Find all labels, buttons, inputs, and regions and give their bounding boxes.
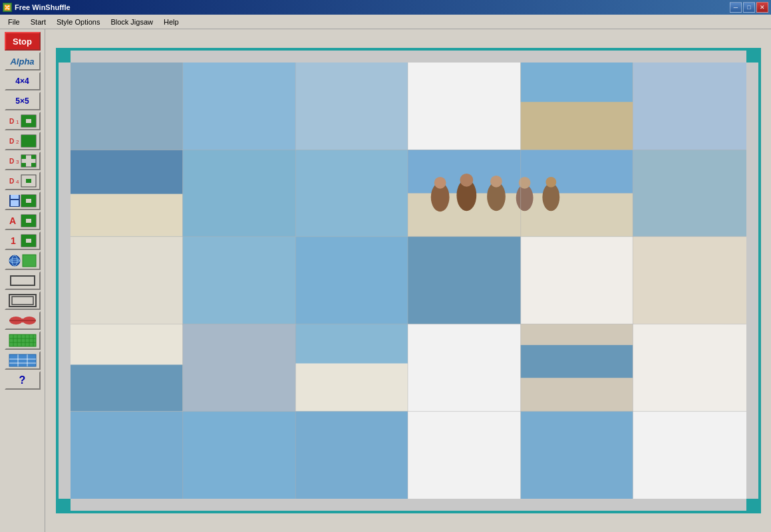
small-grid-button[interactable] xyxy=(5,331,41,350)
table-row xyxy=(521,63,633,150)
table-row xyxy=(71,150,183,237)
rect-outline-button[interactable] xyxy=(5,271,41,290)
svg-rect-5 xyxy=(31,115,36,119)
table-row xyxy=(521,325,633,412)
svg-rect-10 xyxy=(31,123,36,127)
table-row xyxy=(633,63,746,150)
svg-text:3: 3 xyxy=(16,159,19,165)
double-rect-button[interactable] xyxy=(5,291,41,310)
table-row xyxy=(183,63,295,150)
table-row xyxy=(183,412,295,499)
svg-rect-65 xyxy=(23,255,36,267)
table-row xyxy=(633,325,746,412)
help-button[interactable]: ? xyxy=(5,371,41,390)
svg-rect-57 xyxy=(31,239,36,243)
corner-tr xyxy=(746,51,758,63)
table-row xyxy=(71,325,183,412)
svg-rect-46 xyxy=(21,219,26,223)
svg-rect-60 xyxy=(31,243,36,247)
svg-text:2: 2 xyxy=(16,139,19,145)
d3-button[interactable]: D 3 xyxy=(5,152,41,170)
svg-rect-4 xyxy=(26,115,31,119)
svg-rect-38 xyxy=(21,203,26,207)
svg-text:D: D xyxy=(9,158,14,165)
minimize-button[interactable]: ─ xyxy=(730,2,742,13)
table-row xyxy=(71,237,183,324)
svg-text:A: A xyxy=(9,215,16,226)
svg-rect-43 xyxy=(21,215,26,219)
save-button[interactable] xyxy=(5,192,41,210)
table-row xyxy=(408,63,520,150)
table-grid-button[interactable] xyxy=(5,351,41,370)
svg-rect-17 xyxy=(29,141,36,147)
d1-button[interactable]: D 1 xyxy=(5,112,41,130)
svg-rect-36 xyxy=(21,199,26,203)
table-row xyxy=(295,150,408,237)
puzzle-grid xyxy=(71,63,746,499)
svg-rect-37 xyxy=(31,199,36,203)
svg-rect-15 xyxy=(29,135,36,141)
menu-file[interactable]: File xyxy=(3,17,25,27)
svg-rect-34 xyxy=(26,195,31,199)
svg-rect-33 xyxy=(21,195,26,199)
svg-rect-40 xyxy=(31,203,36,207)
svg-point-93 xyxy=(438,181,449,192)
menu-bar: File Start Style Options Block Jigsaw He… xyxy=(0,15,771,29)
table-row xyxy=(408,325,520,412)
svg-rect-48 xyxy=(21,223,26,227)
alpha-button[interactable]: Alpha xyxy=(5,52,41,70)
d2-button[interactable]: D 2 xyxy=(5,132,41,150)
table-row xyxy=(408,237,520,324)
svg-rect-45 xyxy=(31,215,36,219)
table-row xyxy=(633,237,746,324)
svg-text:D: D xyxy=(9,138,14,145)
stop-button[interactable]: Stop xyxy=(5,32,41,51)
corner-br xyxy=(746,499,758,511)
svg-text:D: D xyxy=(9,178,14,185)
table-row xyxy=(521,412,633,499)
svg-rect-35 xyxy=(31,195,36,199)
menu-style-options[interactable]: Style Options xyxy=(51,17,105,27)
svg-rect-53 xyxy=(21,235,26,239)
close-button[interactable]: ✕ xyxy=(756,2,768,13)
svg-rect-58 xyxy=(21,243,26,247)
svg-rect-59 xyxy=(26,243,31,247)
grid-4x4-button[interactable]: 4×4 xyxy=(5,72,41,90)
restore-button[interactable]: □ xyxy=(743,2,755,13)
fish-button[interactable] xyxy=(5,311,41,330)
a-button[interactable]: A xyxy=(5,211,41,230)
svg-text:4: 4 xyxy=(16,179,19,185)
svg-rect-8 xyxy=(21,123,26,127)
svg-rect-55 xyxy=(31,235,36,239)
app-title: Free WinShuffle xyxy=(15,3,71,11)
canvas-area xyxy=(45,29,771,532)
table-row xyxy=(521,237,633,324)
table-row xyxy=(521,150,633,237)
table-row xyxy=(71,412,183,499)
menu-start[interactable]: Start xyxy=(25,17,51,27)
table-row xyxy=(183,150,295,237)
svg-rect-56 xyxy=(21,239,26,243)
menu-block-jigsaw[interactable]: Block Jigsaw xyxy=(105,17,158,27)
d4-button[interactable]: D 4 xyxy=(5,172,41,190)
numbering-button[interactable]: 1 xyxy=(5,231,41,250)
svg-rect-44 xyxy=(26,215,31,219)
svg-rect-23 xyxy=(21,163,26,167)
app-icon: 🔀 xyxy=(3,3,12,12)
window-controls: ─ □ ✕ xyxy=(730,2,768,13)
svg-rect-39 xyxy=(26,203,31,207)
svg-rect-49 xyxy=(26,223,31,227)
svg-rect-30 xyxy=(11,195,19,199)
svg-point-94 xyxy=(455,178,468,190)
svg-rect-47 xyxy=(31,219,36,223)
svg-rect-66 xyxy=(11,276,35,285)
table-row xyxy=(295,412,408,499)
svg-rect-54 xyxy=(26,235,31,239)
grid-5x5-button[interactable]: 5×5 xyxy=(5,92,41,110)
globe-button[interactable] xyxy=(5,251,41,270)
menu-help[interactable]: Help xyxy=(158,17,184,27)
table-row xyxy=(183,237,295,324)
table-row xyxy=(408,412,520,499)
title-bar: 🔀 Free WinShuffle ─ □ ✕ xyxy=(0,0,771,15)
svg-text:D: D xyxy=(9,118,14,125)
